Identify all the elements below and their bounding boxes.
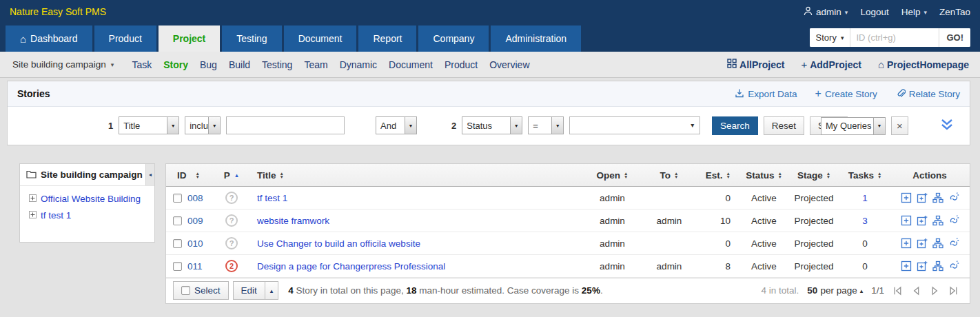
subnav-overview[interactable]: Overview: [489, 59, 529, 70]
close-filter-button[interactable]: ×: [891, 116, 908, 135]
export-data-link[interactable]: Export Data: [735, 88, 797, 100]
create-task-icon[interactable]: [901, 260, 912, 272]
story-id-link[interactable]: 011: [187, 261, 203, 272]
tab-report[interactable]: Report: [358, 25, 416, 52]
batch-create-task-icon[interactable]: [917, 215, 928, 226]
row-checkbox[interactable]: [173, 239, 182, 248]
reset-button[interactable]: Reset: [764, 116, 804, 135]
row-checkbox[interactable]: [173, 194, 182, 203]
search-button[interactable]: Search: [712, 116, 758, 135]
subnav-team[interactable]: Team: [304, 59, 327, 70]
unlink-story-icon[interactable]: [948, 238, 959, 249]
per-page-dropdown[interactable]: 50 per page ▴: [807, 285, 863, 296]
create-task-icon[interactable]: [901, 215, 912, 226]
user-menu[interactable]: admin ▾: [804, 6, 848, 18]
story-id-link[interactable]: 008: [187, 193, 203, 203]
subdivide-story-icon[interactable]: [932, 260, 943, 272]
operator-select-2[interactable]: = ▼: [528, 116, 564, 134]
story-title-link[interactable]: website framwork: [257, 216, 329, 226]
column-header-stage[interactable]: Stage ▲▼: [786, 164, 841, 186]
subnav-product[interactable]: Product: [445, 59, 478, 70]
logout-link[interactable]: Logout: [860, 7, 888, 17]
my-queries-select[interactable]: My Queries ▼: [821, 117, 886, 135]
andor-select[interactable]: And ▼: [376, 116, 417, 134]
tab-product[interactable]: Product: [94, 25, 156, 52]
story-title-link[interactable]: Use Changer to build an officila website: [257, 238, 420, 249]
sidebar-collapse-handle[interactable]: ◂: [145, 164, 154, 185]
tab-dashboard[interactable]: ⌂ Dashboard: [6, 25, 92, 52]
subnav-story[interactable]: Story: [163, 59, 188, 70]
tasks-count-link[interactable]: 0: [862, 238, 868, 249]
story-id-link[interactable]: 010: [187, 238, 203, 249]
batch-create-task-icon[interactable]: [917, 238, 928, 249]
project-switcher[interactable]: Site building campaign ▾: [12, 59, 114, 70]
column-header-title[interactable]: Title ▲▼: [249, 164, 583, 186]
double-chevron-down-icon[interactable]: [939, 118, 955, 134]
search-scope-dropdown[interactable]: Story ▾: [810, 28, 851, 47]
create-task-icon[interactable]: [901, 192, 912, 203]
filter-value-input-1[interactable]: [226, 116, 345, 134]
subnav-document[interactable]: Document: [389, 59, 433, 70]
add-project-link[interactable]: + AddProject: [801, 59, 861, 70]
tasks-count-link[interactable]: 3: [862, 216, 868, 226]
first-page-button[interactable]: [892, 286, 903, 296]
story-id-link[interactable]: 009: [187, 216, 203, 226]
subnav-dynamic[interactable]: Dynamic: [340, 59, 377, 70]
unlink-story-icon[interactable]: [948, 215, 959, 226]
batch-create-task-icon[interactable]: [917, 260, 928, 272]
last-page-button[interactable]: [948, 286, 959, 296]
story-title-link[interactable]: tf test 1: [257, 193, 287, 203]
column-header-open[interactable]: Open ▲▼: [583, 164, 642, 186]
unlink-story-icon[interactable]: [948, 260, 959, 272]
story-title-link[interactable]: Design a page for Changerpress Professio…: [257, 261, 445, 272]
table-body: 008 ? tf test 1 admin 0 Active Projected…: [166, 187, 970, 278]
prev-page-button[interactable]: [911, 286, 921, 296]
tasks-count-link[interactable]: 1: [862, 193, 868, 203]
subnav-task[interactable]: Task: [132, 59, 152, 70]
operator-select-1[interactable]: includir ▼: [185, 116, 221, 134]
field-select-2[interactable]: Status ▼: [462, 116, 522, 134]
edit-dropdown-button[interactable]: ▴: [265, 281, 279, 300]
subdivide-story-icon[interactable]: [932, 192, 943, 203]
select-all-button[interactable]: Select: [173, 281, 229, 300]
relate-story-link[interactable]: Relate Story: [895, 88, 960, 100]
filter-value-combo-2[interactable]: ▾: [569, 116, 700, 134]
tab-testing[interactable]: Testing: [222, 25, 281, 52]
global-search-input[interactable]: [850, 28, 939, 47]
batch-create-task-icon[interactable]: [917, 192, 928, 203]
row-checkbox[interactable]: [173, 216, 182, 225]
edit-button[interactable]: Edit: [233, 281, 265, 300]
go-button[interactable]: GO!: [939, 28, 970, 47]
column-header-status[interactable]: Status ▲▼: [742, 164, 786, 186]
tab-company[interactable]: Company: [418, 25, 489, 52]
zentao-link[interactable]: ZenTao: [939, 7, 970, 17]
unlink-story-icon[interactable]: [948, 192, 959, 203]
all-project-link[interactable]: AllProject: [727, 59, 784, 70]
create-story-link[interactable]: + Create Story: [815, 88, 877, 99]
row-checkbox[interactable]: [173, 262, 182, 271]
project-homepage-link[interactable]: ⌂ ProjectHomepage: [878, 59, 969, 70]
module-link[interactable]: tf test 1: [41, 210, 71, 221]
column-header-est[interactable]: Est. ▲▼: [697, 164, 742, 186]
expand-icon[interactable]: [29, 210, 37, 221]
subdivide-story-icon[interactable]: [932, 238, 943, 249]
subnav-build[interactable]: Build: [229, 59, 250, 70]
field-select-1[interactable]: Title ▼: [119, 116, 179, 134]
create-task-icon[interactable]: [901, 238, 912, 249]
expand-icon[interactable]: [29, 194, 37, 204]
subdivide-story-icon[interactable]: [932, 215, 943, 226]
tab-administration[interactable]: Administration: [491, 25, 581, 52]
column-header-priority[interactable]: P ▲: [214, 164, 249, 186]
tab-document[interactable]: Document: [284, 25, 357, 52]
tab-project[interactable]: Project: [159, 25, 220, 52]
tasks-count-link[interactable]: 0: [862, 261, 868, 272]
help-menu[interactable]: Help ▾: [901, 7, 927, 17]
column-header-tasks[interactable]: Tasks ▲▼: [841, 164, 888, 186]
select-all-checkbox[interactable]: [181, 286, 190, 295]
next-page-button[interactable]: [930, 286, 940, 296]
column-header-to[interactable]: To ▲▼: [642, 164, 697, 186]
subnav-testing[interactable]: Testing: [262, 59, 292, 70]
subnav-bug[interactable]: Bug: [200, 59, 217, 70]
column-header-id[interactable]: ID ▲▼: [166, 164, 214, 186]
module-link[interactable]: Official Website Building: [41, 194, 141, 204]
